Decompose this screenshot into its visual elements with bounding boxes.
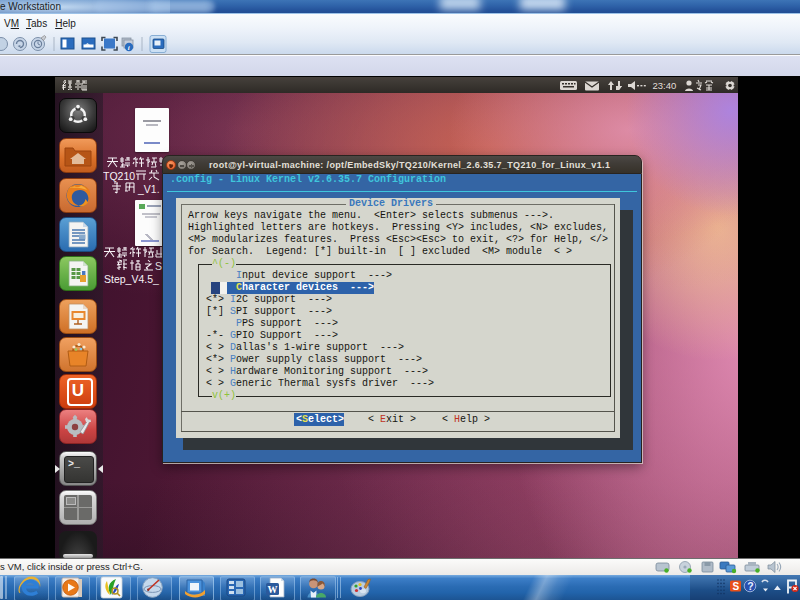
svg-text:S: S [733, 581, 740, 592]
svg-text:_V1.: _V1. [137, 183, 160, 195]
svg-text:W: W [268, 584, 278, 595]
svg-text:i: i [128, 44, 130, 52]
svg-text:23:40: 23:40 [653, 80, 677, 91]
svg-text:?: ? [747, 580, 753, 592]
svg-text:Step_V4.5_: Step_V4.5_ [104, 273, 159, 285]
svg-text:TQ210: TQ210 [103, 170, 135, 182]
